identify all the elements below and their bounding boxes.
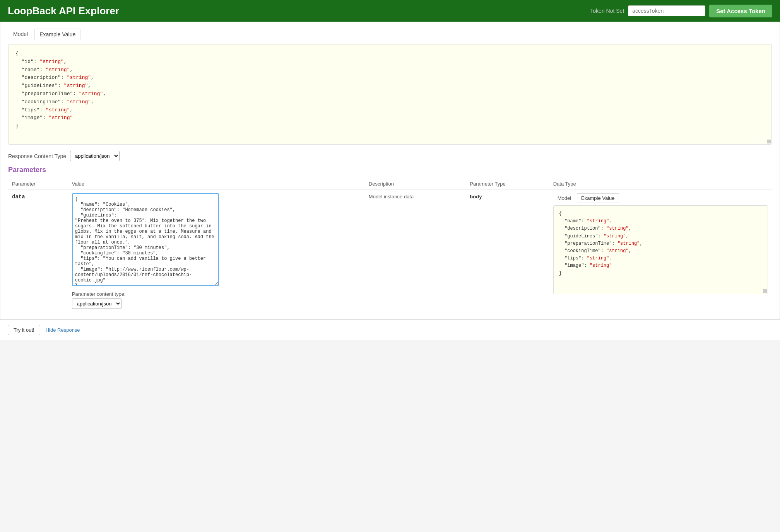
ex-code-line: "description": "string", — [559, 225, 762, 232]
data-type-cell: Model Example Value { "name": "string", … — [549, 189, 772, 313]
code-line: "name": "string", — [15, 66, 765, 74]
table-header-row: Parameter Value Description Parameter Ty… — [8, 179, 772, 189]
set-access-token-button[interactable]: Set Access Token — [709, 5, 772, 17]
th-parameter: Parameter — [8, 179, 68, 189]
code-line: "guideLines": "string", — [15, 82, 765, 90]
response-content-type-select[interactable]: application/json — [70, 151, 120, 161]
code-line: "image": "string" — [15, 114, 765, 122]
th-description: Description — [365, 179, 466, 189]
code-line: "id": "string", — [15, 58, 765, 66]
param-name-cell: data — [8, 189, 68, 313]
code-line: { — [15, 50, 765, 58]
ex-code-line: "image": "string" — [559, 262, 762, 269]
param-name: data — [12, 194, 25, 200]
param-description: Model instance data — [369, 194, 414, 200]
top-code-block: { "id": "string", "name": "string", "des… — [8, 44, 772, 145]
ex-code-line: } — [559, 270, 762, 277]
example-panel: Model Example Value { "name": "string", … — [553, 193, 768, 294]
ex-code-line: "name": "string", — [559, 218, 762, 225]
ex-code-line: "cookingTime": "string", — [559, 247, 762, 255]
app-title: LoopBack API Explorer — [8, 5, 590, 17]
model-tabs-row: Model Example Value — [8, 28, 772, 40]
code-line: "preparationTime": "string", — [15, 90, 765, 98]
token-not-set-label: Token Not Set — [590, 8, 624, 14]
response-content-type-label: Response Content Type — [8, 153, 66, 159]
action-row: Try it out! Hide Response — [0, 320, 780, 340]
code-line: "cookingTime": "string", — [15, 98, 765, 106]
param-content-type-row: Parameter content type: application/json — [72, 291, 361, 309]
tab-model[interactable]: Model — [8, 28, 33, 40]
example-code-block: { "name": "string", "description": "stri… — [553, 205, 768, 294]
resize-handle[interactable] — [767, 140, 771, 143]
resize-handle-2[interactable] — [763, 289, 767, 293]
ex-code-line: "guideLines": "string", — [559, 233, 762, 240]
response-content-type-row: Response Content Type application/json — [8, 151, 772, 161]
param-description-cell: Model instance data — [365, 189, 466, 313]
param-value-cell: { "name": "Cookies", "description": "Hom… — [68, 189, 365, 313]
hide-response-link[interactable]: Hide Response — [46, 327, 80, 333]
parameters-table: Parameter Value Description Parameter Ty… — [8, 179, 772, 313]
code-line: "description": "string", — [15, 74, 765, 82]
param-value-textarea[interactable]: { "name": "Cookies", "description": "Hom… — [72, 193, 219, 286]
example-tabs-row: Model Example Value — [553, 193, 768, 203]
ex-code-line: "tips": "string", — [559, 255, 762, 262]
th-data-type: Data Type — [549, 179, 772, 189]
param-type: body — [470, 194, 482, 200]
ex-code-line: "preparationTime": "string", — [559, 240, 762, 247]
access-token-input[interactable] — [628, 5, 705, 16]
param-content-type-select[interactable]: application/json — [72, 298, 121, 309]
table-row: data { "name": "Cookies", "description":… — [8, 189, 772, 313]
code-line: } — [15, 122, 765, 130]
ex-code-line: { — [559, 210, 762, 218]
parameters-heading: Parameters — [8, 166, 772, 174]
tab-example-value[interactable]: Example Value — [34, 29, 80, 40]
tab-model-inline[interactable]: Model — [553, 193, 575, 203]
param-content-type-label: Parameter content type: — [72, 291, 361, 297]
main-content: Model Example Value { "id": "string", "n… — [0, 22, 780, 320]
tab-example-value-inline[interactable]: Example Value — [577, 193, 619, 203]
try-it-button[interactable]: Try it out! — [8, 325, 40, 335]
param-type-cell: body — [466, 189, 549, 313]
th-value: Value — [68, 179, 365, 189]
th-parameter-type: Parameter Type — [466, 179, 549, 189]
app-header: LoopBack API Explorer Token Not Set Set … — [0, 0, 780, 22]
code-line: "tips": "string", — [15, 106, 765, 114]
